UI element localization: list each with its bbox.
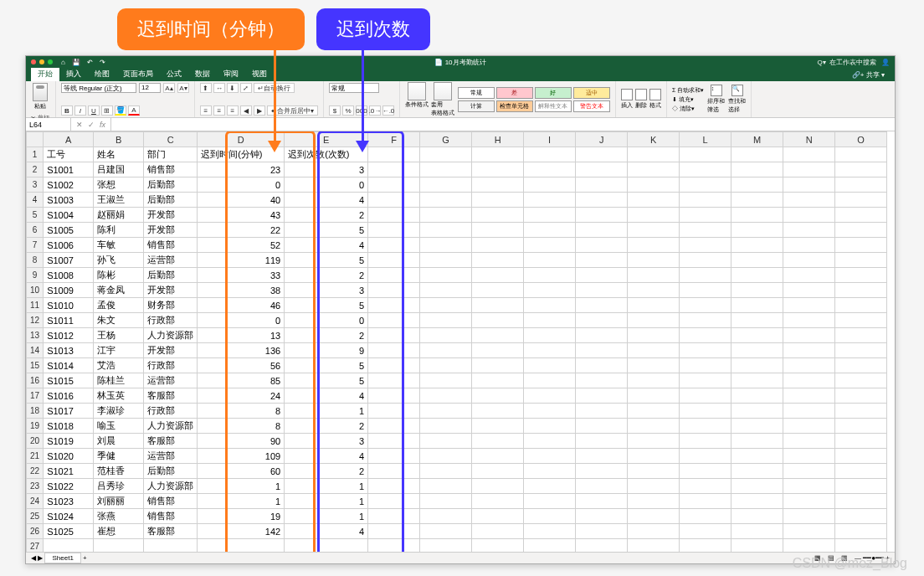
cell[interactable] <box>628 509 680 524</box>
cell[interactable] <box>732 177 783 193</box>
cell[interactable]: 开发部 <box>144 283 198 298</box>
cell[interactable]: 0 <box>285 313 368 328</box>
cell[interactable] <box>628 494 680 509</box>
cell[interactable] <box>628 358 680 373</box>
cell[interactable] <box>368 162 420 177</box>
paste-icon[interactable] <box>33 83 48 101</box>
cell[interactable] <box>576 208 628 223</box>
col-header-K[interactable]: K <box>628 132 680 147</box>
cell[interactable]: 90 <box>198 434 285 449</box>
cell[interactable]: 销售部 <box>144 509 198 524</box>
cell[interactable] <box>524 223 576 238</box>
cell[interactable] <box>472 313 524 328</box>
cell[interactable] <box>783 268 835 283</box>
cell[interactable]: 1 <box>198 494 285 509</box>
cell[interactable]: 43 <box>198 208 285 223</box>
cell[interactable]: 后勤部 <box>144 464 198 479</box>
row-header[interactable]: 1 <box>27 147 44 162</box>
cell[interactable]: 运营部 <box>144 253 198 268</box>
row-header[interactable]: 12 <box>27 313 44 328</box>
cell[interactable] <box>368 177 420 193</box>
table-row[interactable]: 4S1003王淑兰后勤部404 <box>27 193 887 208</box>
cell[interactable] <box>628 223 680 238</box>
cell[interactable] <box>420 524 472 539</box>
cell[interactable]: 后勤部 <box>144 193 198 208</box>
cell[interactable] <box>420 328 472 343</box>
cell[interactable]: 3 <box>285 434 368 449</box>
underline-button[interactable]: U <box>88 105 100 116</box>
tab-开始[interactable]: 开始 <box>31 67 59 81</box>
cell[interactable]: 喻玉 <box>94 419 144 434</box>
align-top-button[interactable]: ⬆ <box>200 83 212 93</box>
cell[interactable] <box>732 404 783 419</box>
cell[interactable]: S1017 <box>44 404 94 419</box>
cell[interactable] <box>680 147 732 162</box>
cell[interactable] <box>368 419 420 434</box>
cell-style[interactable]: 警告文本 <box>573 100 610 112</box>
currency-button[interactable]: $ <box>329 105 341 116</box>
cell[interactable] <box>783 464 835 479</box>
cell[interactable]: 客服部 <box>144 524 198 539</box>
cell[interactable] <box>628 373 680 388</box>
row-header[interactable]: 15 <box>27 358 44 373</box>
cell[interactable] <box>144 539 198 553</box>
row-header[interactable]: 14 <box>27 343 44 358</box>
cell[interactable] <box>576 449 628 464</box>
table-row[interactable]: 12S1011朱文行政部00 <box>27 313 887 328</box>
cell[interactable]: 1 <box>198 479 285 494</box>
cell-style[interactable]: 好 <box>535 87 572 99</box>
cell[interactable]: 王淑兰 <box>94 193 144 208</box>
cell[interactable]: 后勤部 <box>144 177 198 193</box>
cell[interactable] <box>576 539 628 553</box>
row-header[interactable]: 11 <box>27 298 44 313</box>
cell[interactable] <box>680 223 732 238</box>
cell[interactable] <box>524 434 576 449</box>
cell[interactable] <box>835 253 887 268</box>
cell[interactable] <box>368 358 420 373</box>
cell[interactable]: 运营部 <box>144 449 198 464</box>
table-row[interactable]: 21S1020季健运营部1094 <box>27 449 887 464</box>
tab-视图[interactable]: 视图 <box>245 67 274 81</box>
cell[interactable] <box>472 404 524 419</box>
cell[interactable] <box>576 298 628 313</box>
table-row[interactable]: 17S1016林玉英客服部244 <box>27 388 887 404</box>
cell[interactable] <box>628 283 680 298</box>
cell[interactable] <box>628 464 680 479</box>
row-header[interactable]: 21 <box>27 449 44 464</box>
cell[interactable] <box>732 539 783 553</box>
font-size-select[interactable]: 12 <box>139 83 161 93</box>
cell[interactable] <box>835 419 887 434</box>
cell[interactable]: 林玉英 <box>94 388 144 404</box>
cell[interactable] <box>524 388 576 404</box>
cell[interactable] <box>524 419 576 434</box>
cell[interactable] <box>576 328 628 343</box>
cell[interactable]: 人力资源部 <box>144 328 198 343</box>
table-row[interactable]: 19S1018喻玉人力资源部82 <box>27 419 887 434</box>
cell[interactable] <box>835 147 887 162</box>
table-row[interactable]: 3S1002张想后勤部00 <box>27 177 887 193</box>
cell[interactable] <box>732 193 783 208</box>
cell[interactable]: 蒋金凤 <box>94 283 144 298</box>
cell[interactable] <box>368 434 420 449</box>
row-header[interactable]: 10 <box>27 283 44 298</box>
table-row[interactable]: 11S1010孟俊财务部465 <box>27 298 887 313</box>
cell[interactable]: 赵丽娟 <box>94 208 144 223</box>
cell[interactable] <box>628 479 680 494</box>
cell[interactable] <box>472 177 524 193</box>
col-header-M[interactable]: M <box>732 132 783 147</box>
cell[interactable]: 行政部 <box>144 358 198 373</box>
align-middle-button[interactable]: ↔ <box>213 83 225 93</box>
cell[interactable] <box>835 464 887 479</box>
table-row[interactable]: 23S1022吕秀珍人力资源部11 <box>27 479 887 494</box>
cell[interactable]: 崔想 <box>94 524 144 539</box>
cell[interactable] <box>628 449 680 464</box>
cell[interactable]: 0 <box>285 177 368 193</box>
font-family-select[interactable]: 等线 Regular (正文) <box>61 83 136 93</box>
cell[interactable] <box>628 419 680 434</box>
cell[interactable]: 23 <box>198 162 285 177</box>
cell[interactable] <box>472 238 524 253</box>
cell[interactable] <box>524 238 576 253</box>
cell[interactable] <box>420 419 472 434</box>
cell[interactable] <box>472 147 524 162</box>
cell[interactable] <box>680 268 732 283</box>
